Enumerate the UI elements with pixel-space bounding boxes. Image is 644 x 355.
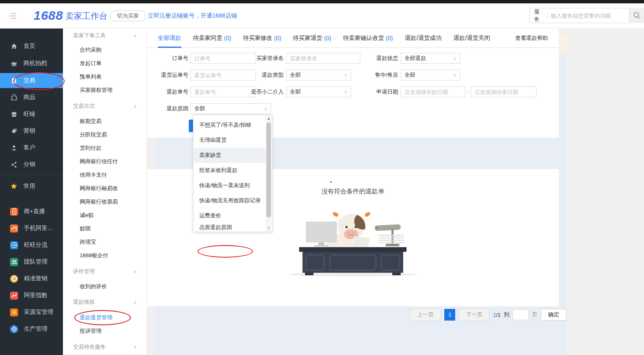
target-icon bbox=[10, 275, 18, 283]
chevron-down-icon[interactable] bbox=[543, 14, 544, 17]
sidebar-item-production[interactable]: 生产管理 bbox=[0, 321, 63, 337]
submenu-item[interactable]: 信用卡支付 bbox=[80, 170, 143, 180]
home-icon bbox=[10, 42, 18, 50]
share-icon bbox=[10, 161, 18, 168]
service-dropdown[interactable]: 服务 bbox=[534, 8, 540, 23]
scrollbar-thumb[interactable] bbox=[266, 123, 271, 217]
dropdown-option[interactable]: 无理由退货 bbox=[194, 133, 266, 148]
submenu-item[interactable]: 发起订单 bbox=[80, 58, 143, 68]
pagination: 上一页 1 下一页 1/1 到 页 确定 bbox=[410, 309, 566, 321]
sidebar-item-shop[interactable]: 旺铺 bbox=[0, 107, 63, 122]
submenu-group-trade-features[interactable]: 交易特色服务∧ bbox=[73, 342, 137, 352]
tab-all-refunds[interactable]: 全部退款 bbox=[158, 29, 181, 48]
sidebar-item-marketing[interactable]: 营销 bbox=[0, 123, 63, 138]
sidebar-item-caiyuanbao[interactable]: 采 采源宝管理 bbox=[0, 305, 63, 320]
dropdown-option[interactable]: 快递/物流无有效跟踪记录 bbox=[194, 193, 266, 208]
scroll-up-icon[interactable]: ▲ bbox=[266, 115, 272, 122]
dropdown-option[interactable]: 快递/物流一直未送到 bbox=[194, 178, 266, 193]
return-waybill-label: 退货运单号 bbox=[147, 70, 188, 81]
submenu-item[interactable]: 合约采购 bbox=[80, 45, 143, 55]
desk-lamp bbox=[375, 224, 404, 246]
sidebar-item-team[interactable]: 团队管理 bbox=[0, 254, 63, 269]
apply-date-label: 申请日期 bbox=[339, 86, 398, 97]
dropdown-option[interactable]: 运费差价 bbox=[194, 208, 266, 223]
chevron-up-icon[interactable]: ∧ bbox=[133, 345, 137, 350]
sidebar-item-products[interactable]: 商品 bbox=[0, 90, 63, 105]
switch-to-buyer-button[interactable]: 切为买家 bbox=[110, 10, 146, 21]
tab-await-buyer-modify[interactable]: 待买家修改(0) bbox=[243, 29, 281, 48]
submenu-item[interactable]: 赊呗 bbox=[80, 224, 143, 234]
refund-help-link[interactable]: 查看退款帮助 bbox=[515, 34, 548, 42]
tab-refund-success[interactable]: 退款/退货成功 bbox=[405, 29, 442, 48]
collapse-sidebar-icon[interactable] bbox=[8, 11, 18, 21]
current-page-button[interactable]: 1 bbox=[444, 309, 455, 321]
tab-await-buyer-return[interactable]: 待买家退货(0) bbox=[293, 29, 331, 48]
submenu-item[interactable]: 投诉管理 bbox=[80, 326, 143, 336]
svg-text:采: 采 bbox=[12, 310, 16, 315]
submenu-item[interactable]: 预单列表 bbox=[80, 72, 143, 82]
dropdown-option[interactable]: 拒签未收到退款 bbox=[194, 163, 266, 178]
sidebar-item-precision-marketing[interactable]: 精准营销 bbox=[0, 271, 63, 286]
prev-page-button[interactable]: 上一页 bbox=[410, 309, 441, 321]
submenu-item[interactable]: 1688银企付 bbox=[80, 251, 143, 261]
submenu-item[interactable]: 收到的评价 bbox=[80, 282, 143, 292]
submenu-item[interactable]: 网商银行融易收 bbox=[80, 183, 143, 193]
sidebar-item-mobile-ali[interactable]: 手机阿里... bbox=[0, 221, 63, 236]
sidebar-item-ali-index[interactable]: 阿里指数 bbox=[0, 288, 63, 303]
sidebar-item-live[interactable]: 商+直播 bbox=[0, 204, 63, 219]
page-ratio: 1/1 bbox=[493, 312, 501, 318]
confirm-page-button[interactable]: 确定 bbox=[541, 309, 566, 321]
submenu-group-trade-methods[interactable]: 交易方式∧ bbox=[73, 101, 137, 111]
page-number-input[interactable] bbox=[513, 309, 529, 320]
next-page-button[interactable]: 下一页 bbox=[459, 309, 490, 321]
logo-1688[interactable]: 1688 bbox=[34, 8, 63, 23]
register-shop-link[interactable]: 立即注册店铺账号，开通1688店铺 bbox=[148, 12, 237, 20]
arbitration-label: 是否小二介入 bbox=[225, 86, 284, 97]
submenu-item[interactable]: 网商银行收票易 bbox=[80, 197, 143, 207]
submenu-group-refund-rights[interactable]: 退款维权∧ bbox=[73, 297, 137, 307]
submenu-item-refund-return-management[interactable]: 退款退货管理 bbox=[80, 313, 143, 323]
chevron-up-icon[interactable]: ∧ bbox=[133, 104, 137, 109]
sidebar-item-home[interactable]: 首页 bbox=[0, 39, 63, 54]
sidebar-item-favorites[interactable]: 常用 bbox=[0, 179, 63, 194]
refund-reason-label: 退款原因 bbox=[147, 103, 188, 114]
submenu-item[interactable]: 跨境宝 bbox=[80, 237, 143, 247]
sidebar-item-wangwang[interactable]: 旺旺分流 bbox=[0, 238, 63, 253]
sidebar-item-distribution[interactable]: 分销 bbox=[0, 157, 63, 172]
sidebar-item-customers[interactable]: 客户 bbox=[0, 140, 63, 155]
sidebar-item-trade[interactable]: 交易 bbox=[0, 73, 63, 88]
submenu-item[interactable]: 诚e赊 bbox=[80, 210, 143, 220]
sale-phase-select[interactable]: 全部∨ bbox=[401, 70, 460, 81]
submenu-group-order-tools[interactable]: 卖家下单工具∧ bbox=[73, 31, 137, 41]
submenu-group-reviews[interactable]: 评价管理∧ bbox=[73, 266, 137, 277]
chevron-up-icon[interactable]: ∧ bbox=[133, 269, 137, 274]
refund-reason-dropdown: 不想买了/等不及/拍错 无理由退货 卖家缺货 拒签未收到退款 快递/物流一直未送… bbox=[193, 115, 273, 232]
dropdown-option-highlighted[interactable]: 卖家缺货 bbox=[194, 148, 266, 163]
secondary-sidebar: 卖家下单工具∧ 合约采购 发起订单 预单列表 买家授权管理 交易方式∧ 账期交易… bbox=[63, 29, 147, 355]
submenu-item[interactable]: 买家授权管理 bbox=[80, 85, 143, 95]
mobile-ali-icon bbox=[10, 224, 18, 232]
tab-refund-closed[interactable]: 退款/退货关闭 bbox=[453, 29, 490, 48]
dropdown-scrollbar[interactable]: ▲ ▼ bbox=[266, 115, 272, 231]
refund-no-label: 退款单号 bbox=[147, 86, 188, 97]
submenu-item[interactable]: 账期交易 bbox=[80, 116, 143, 126]
tab-await-seller-agree[interactable]: 待卖家同意(0) bbox=[193, 29, 231, 48]
tab-await-seller-confirm[interactable]: 待卖家确认收货(0) bbox=[343, 29, 393, 48]
date-start-input[interactable] bbox=[401, 86, 465, 97]
dropdown-option[interactable]: 不想买了/等不及/拍错 bbox=[194, 117, 266, 133]
scroll-down-icon[interactable]: ▼ bbox=[266, 225, 272, 231]
submenu-item[interactable]: 网商银行信任付 bbox=[80, 157, 143, 167]
search-input[interactable] bbox=[551, 13, 625, 19]
refund-reason-select[interactable]: 全部∧ bbox=[190, 103, 271, 114]
sidebar-item-partner[interactable]: 商机拍档 bbox=[0, 56, 63, 71]
divider bbox=[0, 174, 63, 175]
search-icon[interactable] bbox=[629, 8, 644, 23]
dropdown-option-quality-refund[interactable]: 品质退款原因 bbox=[194, 223, 266, 232]
submenu-item[interactable]: 货到付款 bbox=[80, 143, 143, 153]
person-icon bbox=[10, 144, 18, 151]
submenu-item[interactable]: 分阶段交易 bbox=[80, 130, 143, 140]
date-end-input[interactable] bbox=[471, 86, 537, 97]
chevron-up-icon[interactable]: ∧ bbox=[133, 33, 137, 39]
chevron-up-icon[interactable]: ∧ bbox=[133, 300, 137, 305]
refund-status-select[interactable]: 全部退款∨ bbox=[401, 53, 460, 64]
